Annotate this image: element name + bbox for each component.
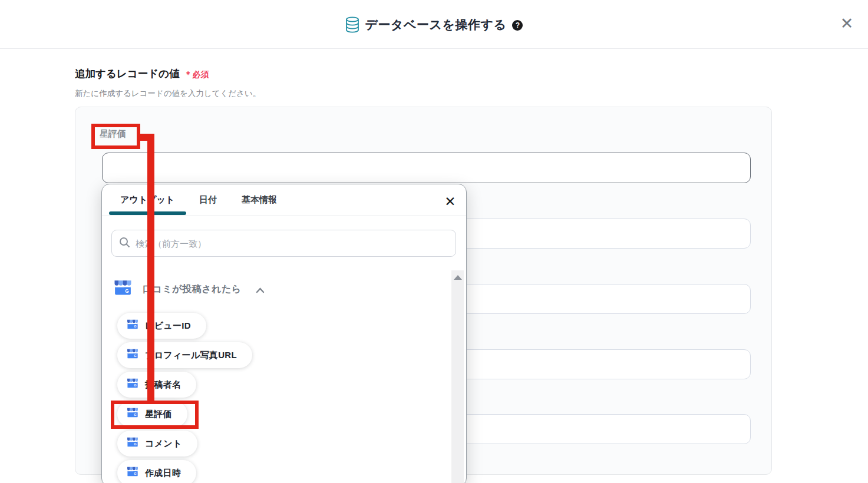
output-item-label: レビューID [145,320,191,332]
output-item-star-rating[interactable]: G 星評価 [117,401,187,427]
output-search-input[interactable] [136,239,448,249]
output-item-list: G レビューID G プロフィール写真URL G 投稿者名 G 星評価 G コメ… [117,313,252,483]
modal-header: データベースを操作する ? ✕ [0,0,868,49]
google-business-profile-icon: G [127,349,138,362]
output-item-label: 投稿者名 [145,379,181,391]
output-item-poster-name[interactable]: G 投稿者名 [117,372,196,398]
output-item-label: コメント [145,438,182,449]
chevron-up-icon[interactable] [256,285,265,296]
output-item-created-at[interactable]: G 作成日時 [117,460,196,483]
google-business-profile-icon: G [127,437,138,450]
section-heading: 追加するレコードの値 ＊必須 [75,67,209,81]
help-icon[interactable]: ? [512,20,523,31]
output-picker-popup: アウトプット 日付 基本情報 ✕ [101,184,467,483]
tab-basic-info[interactable]: 基本情報 [242,194,277,206]
modal-title: データベースを操作する [365,16,507,33]
database-icon [345,16,359,33]
active-tab-underline [109,211,186,215]
google-business-profile-icon: G [127,408,138,421]
modal-close-icon[interactable]: ✕ [838,15,856,32]
svg-text:G: G [125,289,128,294]
google-business-profile-icon: G [127,319,138,332]
google-business-profile-icon: G [114,280,132,299]
svg-text:G: G [134,383,137,387]
svg-text:G: G [134,325,137,328]
svg-text:G: G [134,413,137,416]
popup-scrollbar[interactable] [451,270,464,483]
output-search-box[interactable] [111,230,456,257]
section-subtitle: 新たに作成するレコードの値を入力してください。 [75,88,260,99]
output-group-header[interactable]: G 口コミが投稿されたら [114,280,265,299]
output-item-label: 作成日時 [145,468,181,479]
modal-title-group: データベースを操作する ? [0,0,868,49]
google-business-profile-icon: G [127,378,138,391]
scroll-up-icon[interactable] [454,275,462,280]
output-item-review-id[interactable]: G レビューID [117,313,206,339]
tab-date[interactable]: 日付 [199,194,217,206]
output-item-label: プロフィール写真URL [145,350,237,361]
modal-database-operation: データベースを操作する ? ✕ 追加するレコードの値 ＊必須 新たに作成するレコ… [0,0,868,483]
record-field-input-1[interactable] [102,153,751,183]
output-item-profile-photo-url[interactable]: G プロフィール写真URL [117,342,252,368]
svg-text:G: G [134,472,137,475]
svg-text:G: G [134,442,137,446]
field-label-star-rating: 星評価 [100,128,126,140]
required-badge: ＊必須 [184,70,209,80]
popup-close-icon[interactable]: ✕ [443,194,458,209]
svg-text:G: G [134,354,137,358]
output-item-label: 星評価 [145,409,172,420]
popup-tabbar: アウトプット 日付 基本情報 [102,184,466,216]
tab-output[interactable]: アウトプット [120,194,174,206]
section-title: 追加するレコードの値 [75,67,179,81]
output-group-title: 口コミが投稿されたら [143,283,242,296]
google-business-profile-icon: G [127,467,138,479]
search-icon [119,237,130,250]
output-item-comment[interactable]: G コメント [117,431,197,456]
